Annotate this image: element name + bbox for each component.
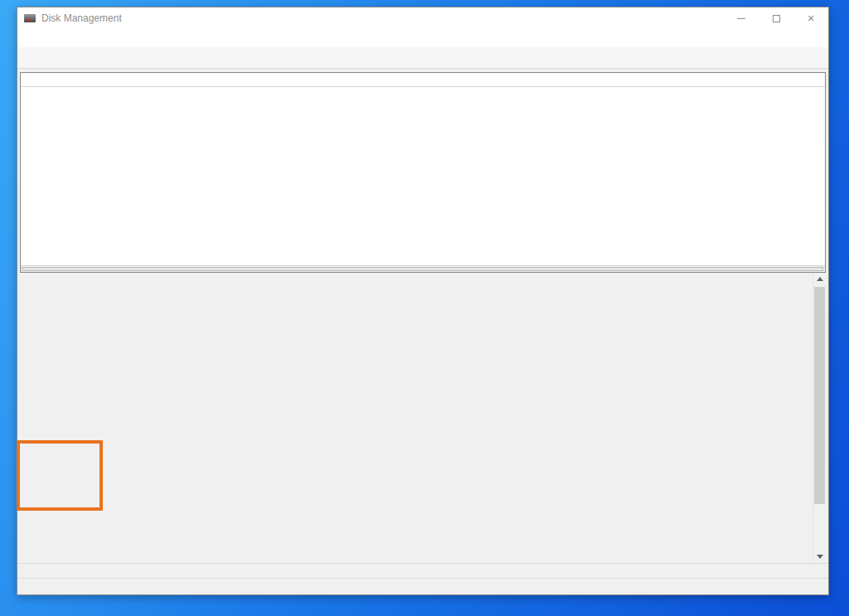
close-button[interactable]: ✕: [793, 7, 828, 29]
minimize-button[interactable]: [724, 7, 759, 29]
minimize-icon: [737, 18, 745, 19]
volume-list-header: [21, 73, 825, 87]
up-triangle-icon: [817, 277, 823, 281]
status-bar: [17, 578, 828, 594]
vertical-scrollbar-thumb[interactable]: [814, 287, 825, 504]
vertical-scrollbar[interactable]: [813, 273, 826, 563]
scroll-up-arrow[interactable]: [813, 273, 826, 285]
maximize-icon: [773, 15, 780, 22]
legend-bar: [17, 563, 828, 578]
toolbar: [17, 47, 828, 69]
down-triangle-icon: [817, 555, 823, 559]
volume-list-pane: [20, 72, 826, 273]
desktop-background: Disk Management ✕: [0, 0, 849, 616]
disk-management-app-icon: [24, 14, 36, 22]
menu-bar: [17, 29, 828, 47]
title-bar: Disk Management ✕: [17, 7, 828, 29]
window-controls: ✕: [724, 7, 828, 29]
window-title: Disk Management: [41, 12, 724, 24]
horizontal-scrollbar-thumb[interactable]: [22, 267, 823, 271]
volume-list-rows: [21, 87, 825, 265]
disk-management-window: Disk Management ✕: [17, 7, 829, 595]
horizontal-scrollbar[interactable]: [21, 265, 825, 272]
scroll-down-arrow[interactable]: [813, 551, 826, 563]
disk-rows: [20, 274, 812, 563]
maximize-button[interactable]: [759, 7, 793, 29]
disk-graph-pane: [20, 273, 826, 563]
